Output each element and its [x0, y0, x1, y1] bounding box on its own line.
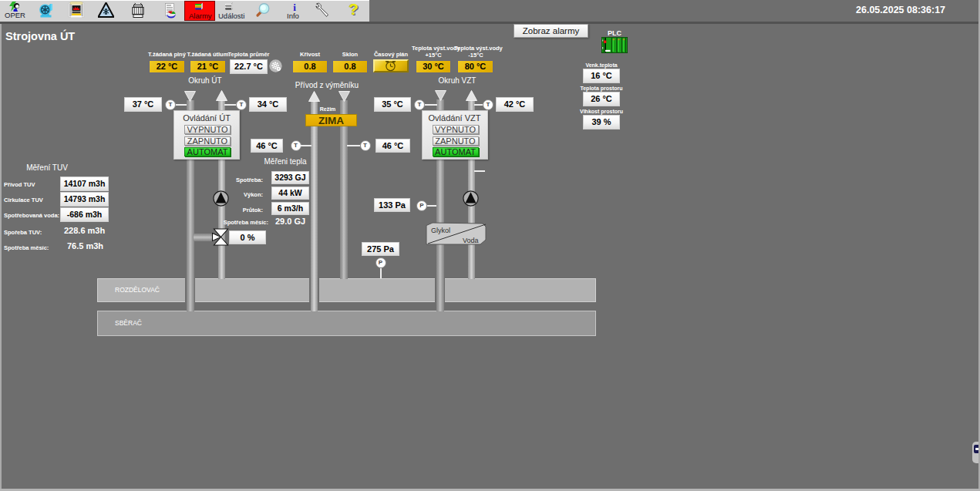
svg-text:Voda: Voda [463, 237, 479, 244]
svg-text:Glykol: Glykol [431, 227, 450, 234]
